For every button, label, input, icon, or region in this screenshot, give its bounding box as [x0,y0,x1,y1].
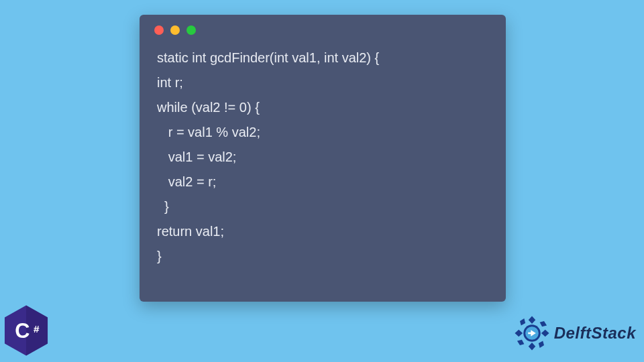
delftstack-brand-text: DelftStack [554,324,636,343]
svg-marker-6 [528,343,535,351]
maximize-icon [186,25,196,35]
svg-marker-5 [538,341,543,348]
csharp-logo: C # [3,304,50,357]
csharp-hash: # [34,323,40,335]
svg-marker-3 [539,321,546,326]
svg-marker-8 [515,330,523,337]
code-window: static int gcdFinder(int val1, int val2)… [140,15,506,302]
csharp-letter: C [15,319,30,342]
svg-marker-4 [541,330,549,337]
minimize-icon [170,25,180,35]
svg-marker-2 [528,316,535,324]
svg-marker-7 [517,340,524,345]
delftstack-logo: DelftStack [513,314,636,353]
close-icon [154,25,164,35]
code-content: static int gcdFinder(int val1, int val2)… [140,42,506,282]
delftstack-emblem-icon [513,314,551,353]
svg-marker-9 [520,318,525,325]
window-controls [140,15,506,42]
